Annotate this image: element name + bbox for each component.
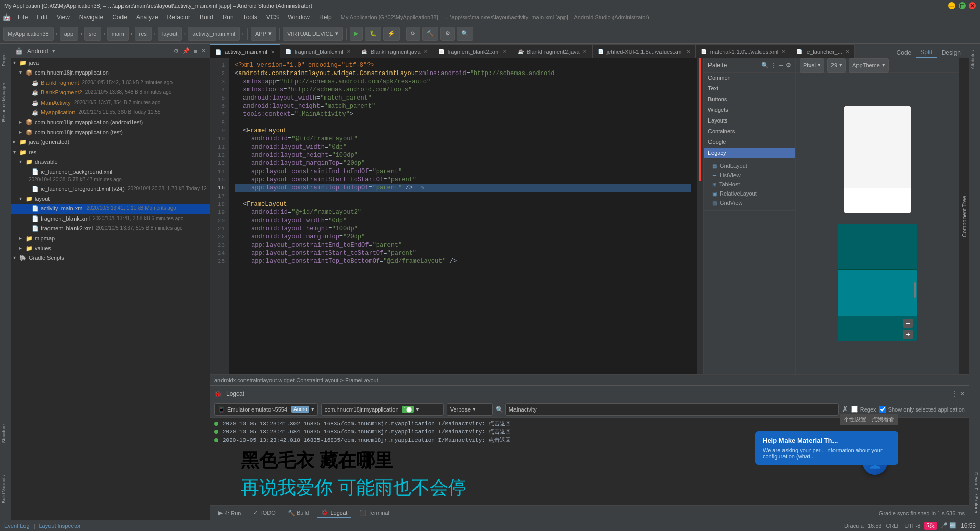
tree-item-mainactivity[interactable]: ☕ MainActivity 2020/10/5 13:37, 854 B 7 …: [11, 98, 210, 108]
menu-refactor[interactable]: Refactor: [163, 13, 194, 22]
tree-item-activity-main[interactable]: 📄 activity_main.xml 2020/10/5 13:41, 1.1…: [11, 204, 210, 213]
clear-logcat-btn[interactable]: ✗: [842, 404, 848, 414]
preview-api-dropdown[interactable]: 29 ▾: [827, 58, 846, 73]
tab-todo[interactable]: ✓ TODO: [249, 509, 279, 517]
preview-theme-dropdown[interactable]: AppTheme ▾: [849, 58, 889, 73]
attributes-tab[interactable]: Attributes: [969, 44, 980, 76]
build-button[interactable]: 🔨: [422, 27, 438, 41]
layout-button[interactable]: layout: [158, 27, 182, 41]
tree-item-ic-background[interactable]: 📄 ic_launcher_background.xml 2020/10/4 2…: [11, 167, 210, 184]
menu-navigate[interactable]: Navigate: [75, 13, 107, 22]
code-view-btn[interactable]: Code: [893, 48, 916, 57]
palette-cat-containers[interactable]: Containers: [704, 126, 795, 137]
layout-inspector-link[interactable]: Layout Inspector: [39, 523, 80, 529]
palette-settings-icon[interactable]: ⚙: [786, 62, 791, 69]
device-file-tab[interactable]: Device File Explorer: [969, 466, 980, 520]
tree-item-fragment-blank[interactable]: 📄 fragment_blank.xml 2020/10/5 13:41, 2.…: [11, 214, 210, 224]
tab-fragment-blank2[interactable]: 📄 fragment_blank2.xml ✕: [433, 44, 512, 58]
crlf-indicator[interactable]: CRLF: [886, 523, 900, 529]
palette-item-gridview[interactable]: ▩ GridView: [706, 198, 793, 207]
menu-analyze[interactable]: Analyze: [132, 13, 162, 22]
regex-checkbox[interactable]: [851, 406, 858, 413]
palette-cat-legacy[interactable]: Legacy: [704, 148, 795, 158]
tab-material-values[interactable]: 📄 material-1.1.0\...\values.xml ✕: [696, 44, 792, 58]
menu-view[interactable]: View: [53, 13, 74, 22]
theme-indicator[interactable]: Dracula: [844, 523, 864, 529]
run-config-dropdown[interactable]: APP ▾: [251, 27, 276, 41]
encoding-indicator[interactable]: UTF-8: [904, 523, 920, 529]
palette-minimize-icon[interactable]: ─: [779, 62, 783, 69]
design-view-btn[interactable]: Design: [938, 48, 965, 57]
preview-zoom-out[interactable]: −: [903, 319, 913, 328]
tab-run[interactable]: ▶ 4: Run: [214, 509, 245, 517]
tab-blankfragment2-java[interactable]: ☕ BlankFragment2.java ✕: [512, 44, 593, 58]
tree-item-package-main[interactable]: ▾ 📦 com.hnucm18jr.myapplication: [11, 68, 210, 78]
menu-build[interactable]: Build: [195, 13, 217, 22]
menu-help[interactable]: Help: [315, 13, 336, 22]
tree-item-layout[interactable]: ▾ 📁 layout: [11, 194, 210, 204]
line-col-indicator[interactable]: 16:53: [868, 523, 882, 529]
src-button[interactable]: src: [84, 27, 101, 41]
package-selector[interactable]: com.hnucm18jr.myapplication 1⬤ ▾: [321, 403, 444, 416]
tab-fragment-blank[interactable]: 📄 fragment_blank.xml ✕: [280, 44, 356, 58]
project-pin-btn[interactable]: 📌: [183, 47, 190, 54]
code-area[interactable]: <?xml version="1.0" encoding="utf-8"?> <…: [229, 58, 697, 374]
palette-item-tabhost[interactable]: ⊞ TabHost: [706, 180, 793, 189]
tab-terminal[interactable]: ⬛ Terminal: [355, 509, 393, 517]
close-button[interactable]: ✕: [969, 2, 976, 9]
tree-item-mipmap[interactable]: ▸ 📁 mipmap: [11, 234, 210, 244]
split-view-btn[interactable]: Split: [916, 47, 936, 58]
project-close-btn[interactable]: ✕: [201, 47, 206, 54]
tree-item-myapplication[interactable]: ☕ Myapplication 2020/10/5 11:55, 360 B T…: [11, 108, 210, 117]
tab-xui-values[interactable]: 📄 jetified-XUI-1.1.5\...\values.xml ✕: [593, 44, 696, 58]
tree-item-java[interactable]: ▾ 📁 java: [11, 58, 210, 68]
tree-item-ic-foreground[interactable]: 📄 ic_launcher_foreground.xml (v24) 2020/…: [11, 184, 210, 194]
tab-blankfragment-java[interactable]: ☕ BlankFragment.java ✕: [356, 44, 433, 58]
tree-item-package-unit-test[interactable]: ▸ 📦 com.hnucm18jr.myapplication (test): [11, 128, 210, 137]
project-gear-btn[interactable]: ≡: [194, 48, 197, 54]
tab-logcat[interactable]: 🐞 Logcat: [317, 508, 351, 518]
res-button[interactable]: res: [135, 27, 152, 41]
preview-scrollbar[interactable]: [914, 282, 916, 298]
palette-item-listview[interactable]: ☰ ListView: [706, 171, 793, 180]
tree-item-values[interactable]: ▸ 📁 values: [11, 244, 210, 253]
event-log-link[interactable]: Event Log: [4, 523, 30, 529]
structure-tab[interactable]: Structure: [0, 418, 11, 449]
attach-button[interactable]: ⚡: [383, 27, 400, 41]
sync-button[interactable]: ⟳: [406, 27, 420, 41]
run-button[interactable]: ▶: [350, 27, 363, 41]
resource-manager-tab[interactable]: Resource Manager: [0, 75, 11, 130]
menu-window[interactable]: Window: [284, 13, 314, 22]
maximize-button[interactable]: □: [959, 2, 966, 9]
tree-item-package-test[interactable]: ▸ 📦 com.hnucm18jr.myapplication (android…: [11, 117, 210, 127]
tree-item-blankfragment2[interactable]: ☕ BlankFragment2 2020/10/5 13:38, 548 B …: [11, 88, 210, 98]
app-module-button[interactable]: app: [60, 27, 78, 41]
palette-item-gridlayout[interactable]: ▦ GridLayout: [706, 161, 793, 171]
tab-build[interactable]: 🔨 Build: [284, 509, 313, 517]
project-name-button[interactable]: MyApplication38: [3, 27, 54, 41]
palette-more-icon[interactable]: ⋮: [771, 62, 777, 69]
menu-tools[interactable]: Tools: [239, 13, 261, 22]
preview-zoom-in[interactable]: +: [903, 330, 913, 339]
menu-code[interactable]: Code: [108, 13, 131, 22]
palette-item-relativelayout[interactable]: ▣ RelativeLayout: [706, 189, 793, 198]
palette-cat-google[interactable]: Google: [704, 137, 795, 148]
emulator-selector[interactable]: 📱 Emulator emulator-5554 Andro ▾: [214, 403, 318, 416]
show-only-selected-checkbox[interactable]: [879, 406, 886, 413]
palette-cat-layouts[interactable]: Layouts: [704, 115, 795, 126]
main-button[interactable]: main: [107, 27, 129, 41]
build-variants-tab[interactable]: Build Variants: [0, 469, 11, 510]
palette-cat-widgets[interactable]: Widgets: [704, 105, 795, 115]
tree-item-blankfragment[interactable]: ☕ BlankFragment 2020/10/5 15:42, 1.83 kB…: [11, 78, 210, 88]
help-bubble[interactable]: Help Make Material Th... We are asking y…: [755, 431, 898, 465]
menu-run[interactable]: Run: [218, 13, 238, 22]
tree-item-java-generated[interactable]: ▸ 📁 java (generated): [11, 137, 210, 147]
tree-item-gradle[interactable]: ▾ 🐘 Gradle Scripts: [11, 253, 210, 263]
logcat-close-btn[interactable]: ✕: [960, 390, 965, 397]
menu-edit[interactable]: Edit: [33, 13, 52, 22]
palette-cat-buttons[interactable]: Buttons: [704, 94, 795, 105]
preview-pixel-dropdown[interactable]: Pixel ▾: [800, 58, 824, 73]
logcat-settings-btn[interactable]: ⋮: [951, 390, 958, 397]
tab-activity-main[interactable]: 📄 activity_main.xml ✕: [210, 44, 280, 58]
personalise-tooltip[interactable]: 个性设置，点我看看: [840, 414, 898, 425]
